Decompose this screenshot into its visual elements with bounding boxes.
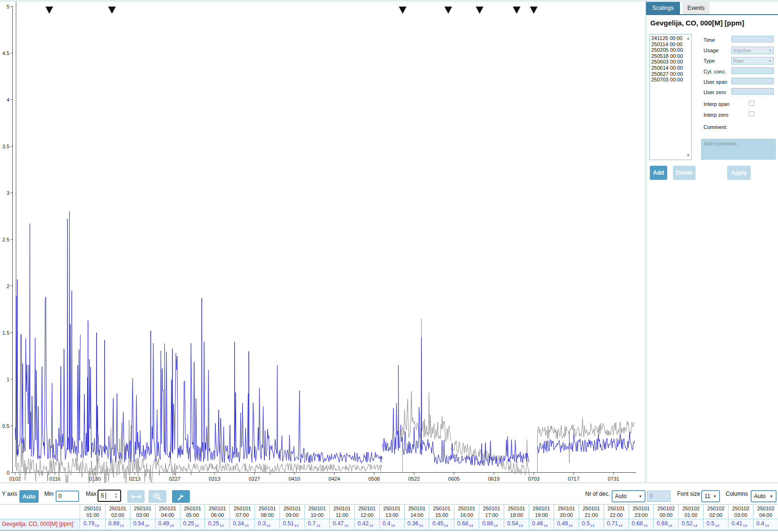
scaling-list-item[interactable]: 241125 00:00 — [650, 35, 691, 41]
delete-button[interactable]: Delete — [673, 166, 696, 180]
zoom-out-icon — [153, 492, 162, 501]
nr-of-dec-label: Nr of dec. — [585, 491, 610, 497]
value-cell: 0.5414 — [131, 519, 156, 529]
column-header: 25010111:00 — [330, 505, 355, 519]
event-marker-icon[interactable] — [476, 7, 483, 14]
user-span-label: User span — [704, 79, 727, 85]
time-field[interactable] — [731, 36, 774, 42]
value-cell: 0.414 — [380, 519, 405, 529]
x-tick-label: 0703 — [528, 476, 539, 482]
value-cell: 0.5214 — [679, 519, 704, 529]
chevron-down-icon: ▼ — [768, 59, 772, 63]
event-marker-icon[interactable] — [444, 7, 452, 14]
column-header: 25010112:00 — [355, 505, 380, 519]
value-cell: 0.7914 — [81, 519, 106, 529]
interp-zero-checkbox[interactable] — [749, 111, 754, 117]
column-header: 25010117:00 — [479, 505, 504, 519]
y-axis-auto-button[interactable]: Auto — [19, 490, 39, 503]
wrench-icon — [177, 492, 185, 501]
column-header: 25010118:00 — [504, 505, 529, 519]
table-row-label: Gevgelija, CO, 000[M] [ppm] — [0, 519, 80, 529]
column-header: 25010120:00 — [554, 505, 579, 519]
x-tick-label: 0213 — [129, 476, 140, 482]
value-cell: 0.4614 — [529, 519, 554, 529]
column-header: 25010202:00 — [704, 505, 729, 519]
usage-value: Inactive — [733, 48, 751, 53]
settings-wrench-button[interactable] — [172, 490, 190, 503]
max-spinner[interactable]: ▲▼ — [113, 492, 119, 500]
value-cell: 0.4914 — [554, 519, 579, 529]
event-marker-icon[interactable] — [513, 7, 520, 14]
interp-span-label: Interp span — [704, 101, 729, 107]
scaling-list-item[interactable]: 250205 00:00 — [650, 47, 691, 53]
y-tick-label: 2.5 — [2, 237, 9, 242]
value-cell: 0.4214 — [355, 519, 380, 529]
scaling-list-item[interactable]: 250114 00:00 — [650, 41, 691, 48]
timeseries-chart[interactable]: 00.511.522.533.544.550102011601300213022… — [0, 0, 646, 483]
value-cell: 0.8614 — [479, 519, 504, 529]
value-cell: 0.3614 — [405, 519, 430, 529]
max-field[interactable]: 5 ▲▼ — [98, 490, 121, 502]
user-span-field[interactable] — [731, 78, 774, 84]
x-tick-label: 0605 — [448, 476, 459, 482]
x-tick-label: 0227 — [169, 476, 180, 482]
scaling-list-item[interactable]: 250627 00:00 — [650, 71, 691, 77]
apply-button[interactable]: Apply — [727, 166, 751, 180]
tab-events[interactable]: Events — [682, 2, 710, 14]
y-tick-label: 1.5 — [2, 330, 9, 336]
scroll-up-icon[interactable]: ▲ — [686, 36, 690, 40]
scroll-down-icon[interactable]: ▼ — [686, 153, 690, 158]
column-header: 25010107:00 — [230, 505, 255, 519]
user-zero-field[interactable] — [731, 88, 774, 95]
horizontal-arrows-icon — [131, 494, 141, 500]
columns-select[interactable]: Auto ▼ — [751, 490, 777, 502]
column-header: 25010115:00 — [429, 505, 454, 519]
font-size-select[interactable]: 11 ▼ — [701, 490, 720, 502]
type-select[interactable]: Raw ▼ — [731, 57, 774, 64]
scaling-list-item[interactable]: 250614 00:00 — [650, 65, 691, 71]
value-cell: 0.514 — [579, 519, 604, 529]
scaling-list[interactable]: 241125 00:00250114 00:00250205 00:002505… — [649, 34, 692, 160]
fit-horizontal-button[interactable] — [127, 490, 145, 503]
y-tick-label: 4.5 — [2, 50, 9, 56]
cyl-conc-field[interactable] — [731, 67, 774, 74]
columns-value: Auto — [754, 493, 766, 500]
font-size-label: Font size — [677, 491, 700, 497]
value-cell: 0.7114 — [604, 519, 629, 529]
event-marker-icon[interactable] — [399, 7, 406, 14]
type-label: Type — [704, 58, 715, 64]
add-button[interactable]: Add — [650, 166, 667, 180]
columns-label: Columns — [726, 491, 748, 497]
column-header: 25010116:00 — [454, 505, 479, 519]
text-caret — [106, 492, 106, 499]
series-line-blue — [15, 211, 635, 467]
comment-textarea[interactable]: Add comment... — [701, 139, 776, 160]
scaling-list-item[interactable]: 250518 00:00 — [650, 53, 691, 59]
zoom-out-button[interactable] — [148, 490, 166, 503]
interp-span-checkbox[interactable] — [749, 100, 754, 106]
column-header: 25010101:00 — [81, 505, 106, 519]
max-label: Max — [86, 491, 97, 497]
column-header: 25010104:00 — [156, 505, 180, 519]
x-tick-label: 0410 — [288, 476, 300, 482]
chart-toolbar: Y axis Auto Min Max 5 ▲▼ — [0, 483, 778, 505]
value-cell: 0.5114 — [280, 519, 305, 529]
font-size-value: 11 — [704, 493, 710, 500]
event-marker-icon[interactable] — [108, 7, 116, 14]
event-marker-icon[interactable] — [530, 7, 538, 14]
user-zero-label: User zero — [704, 89, 726, 95]
data-table: Gevgelija, CO, 000[M] [ppm] 25010101:002… — [0, 505, 778, 531]
scaling-list-item[interactable]: 250703 00:00 — [650, 77, 691, 83]
y-tick-label: 0.5 — [2, 423, 9, 429]
value-cell: 0.4514 — [429, 519, 454, 529]
event-marker-icon[interactable] — [46, 7, 53, 14]
value-cell: 0.6914 — [654, 519, 679, 529]
nr-of-dec-select[interactable]: Auto ▼ — [612, 490, 646, 502]
column-header: 25010110:00 — [305, 505, 330, 519]
scaling-list-item[interactable]: 250603 00:00 — [650, 59, 691, 65]
min-field[interactable] — [56, 491, 79, 502]
chevron-down-icon: ▼ — [639, 494, 642, 499]
tab-scalings[interactable]: Scalings — [646, 2, 680, 14]
usage-select[interactable]: Inactive ▼ — [731, 47, 774, 54]
column-header: 25010113:00 — [380, 505, 405, 519]
